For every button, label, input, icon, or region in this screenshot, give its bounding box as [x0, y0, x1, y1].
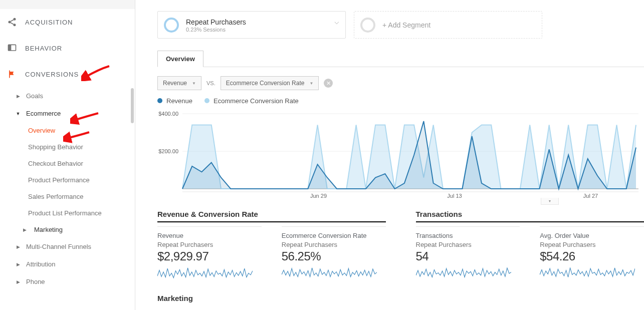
- metric-card-aov[interactable]: Avg. Order Value Repeat Purchasers $54.2…: [540, 226, 644, 281]
- metric-controls: Revenue ▼ VS. Ecommerce Conversion Rate …: [157, 76, 644, 90]
- behavior-icon: [7, 43, 17, 53]
- chevron-right-icon: ▶: [15, 262, 21, 267]
- metric-value: 56.25%: [282, 249, 386, 263]
- sidebar-item-ecommerce-product-performance[interactable]: Product Performance: [0, 172, 135, 188]
- sidebar-section-label: BEHAVIOR: [25, 45, 62, 52]
- chevron-right-icon: ▶: [15, 244, 21, 249]
- chart-svg: $400.00$200.00Jun 29Jul 13Jul 27: [157, 109, 638, 199]
- sidebar-section-label: CONVERSIONS: [25, 71, 79, 78]
- sidebar-item-ecommerce-product-list-performance[interactable]: Product List Performance: [0, 205, 135, 221]
- svg-text:Jun 29: Jun 29: [310, 193, 327, 199]
- sidebar-item-ecommerce[interactable]: ▼ Ecommerce: [0, 105, 135, 122]
- sidebar-item-label: Marketing: [34, 226, 63, 233]
- sidebar-scrollbar-thumb[interactable]: [131, 88, 134, 123]
- svg-text:Jul 13: Jul 13: [447, 193, 462, 199]
- svg-text:Jul 27: Jul 27: [583, 193, 598, 199]
- svg-point-0: [14, 18, 16, 21]
- sparkline: [416, 267, 511, 279]
- flag-icon: [7, 69, 17, 79]
- sidebar-section-behavior[interactable]: BEHAVIOR: [0, 35, 135, 61]
- chevron-down-icon: ▼: [309, 81, 313, 86]
- chevron-down-icon: ▼: [548, 199, 552, 203]
- sidebar-item-ecommerce-marketing[interactable]: ▶ Marketing: [0, 221, 135, 238]
- svg-point-2: [14, 24, 16, 26]
- svg-text:$400.00: $400.00: [158, 111, 178, 117]
- svg-rect-4: [9, 45, 12, 51]
- svg-point-1: [9, 21, 11, 24]
- sidebar: ACQUISITION BEHAVIOR CONVERSIONS ▶ Goals…: [0, 0, 135, 310]
- sidebar-item-ecommerce-shopping-behavior[interactable]: Shopping Behavior: [0, 139, 135, 155]
- metric-group-revenue-conversion: Revenue & Conversion Rate Revenue Repeat…: [157, 210, 386, 281]
- sidebar-item-label: Attribution: [26, 260, 56, 268]
- metric-label: Transactions: [416, 232, 520, 239]
- legend-dot-icon: [157, 98, 162, 103]
- legend-label: Ecommerce Conversion Rate: [213, 97, 299, 105]
- metric-card-transactions[interactable]: Transactions Repeat Purchasers 54: [416, 226, 520, 281]
- tabstrip: Overview: [157, 51, 644, 67]
- sparkline: [282, 267, 377, 279]
- sparkline: [540, 267, 635, 279]
- metric-segment: Repeat Purchasers: [540, 241, 644, 248]
- legend-item-revenue: Revenue: [157, 97, 192, 105]
- chevron-right-icon: ▶: [15, 94, 21, 99]
- metric-group-title: Transactions: [416, 210, 645, 222]
- sidebar-section-conversions[interactable]: CONVERSIONS: [0, 61, 135, 87]
- segment-card-selected[interactable]: Repeat Purchasers 0.23% Sessions ⌵: [157, 11, 346, 39]
- legend-label: Revenue: [166, 97, 192, 105]
- tab-overview[interactable]: Overview: [157, 51, 203, 67]
- sidebar-item-attribution[interactable]: ▶ Attribution: [0, 255, 135, 273]
- main-chart: $400.00$200.00Jun 29Jul 13Jul 27 ▼: [157, 109, 644, 199]
- sidebar-section-label: ACQUISITION: [25, 19, 73, 26]
- metric-groups: Revenue & Conversion Rate Revenue Repeat…: [157, 210, 644, 281]
- dropdown-value: Ecommerce Conversion Rate: [226, 80, 305, 87]
- chevron-right-icon: ▶: [23, 227, 29, 232]
- metric-group-transactions: Transactions Transactions Repeat Purchas…: [416, 210, 645, 281]
- metric-value: 54: [416, 249, 520, 263]
- metric-segment: Repeat Purchasers: [282, 241, 386, 248]
- vs-label: VS.: [206, 80, 216, 86]
- chart-legend: Revenue Ecommerce Conversion Rate: [157, 97, 644, 105]
- sidebar-item-ecommerce-sales-performance[interactable]: Sales Performance: [0, 188, 135, 205]
- metric-group-title: Revenue & Conversion Rate: [157, 210, 386, 222]
- legend-item-ecr: Ecommerce Conversion Rate: [204, 97, 299, 105]
- chevron-down-icon: ▼: [15, 111, 21, 116]
- chart-expand-button[interactable]: ▼: [541, 198, 559, 205]
- main-content: Repeat Purchasers 0.23% Sessions ⌵ + Add…: [135, 0, 644, 310]
- chevron-right-icon: ▶: [15, 279, 21, 284]
- dropdown-value: Revenue: [163, 80, 187, 87]
- metric2-dropdown[interactable]: Ecommerce Conversion Rate ▼: [221, 76, 319, 90]
- metric-segment: Repeat Purchasers: [416, 241, 520, 248]
- sidebar-item-label: Phone: [26, 278, 45, 285]
- sidebar-item-label: Goals: [26, 92, 43, 100]
- remove-metric2-button[interactable]: ✕: [324, 79, 333, 88]
- chevron-down-icon: ⌵: [334, 17, 339, 26]
- chevron-down-icon: ▼: [192, 81, 196, 86]
- segment-title: Repeat Purchasers: [186, 18, 246, 27]
- legend-dot-icon: [204, 98, 209, 103]
- sidebar-section-acquisition[interactable]: ACQUISITION: [0, 9, 135, 35]
- marketing-section-title: Marketing: [157, 294, 644, 302]
- segment-cards: Repeat Purchasers 0.23% Sessions ⌵ + Add…: [135, 0, 644, 39]
- metric-value: $54.26: [540, 249, 644, 263]
- sidebar-item-label: Multi-Channel Funnels: [26, 243, 91, 250]
- sidebar-item-ecommerce-checkout-behavior[interactable]: Checkout Behavior: [0, 155, 135, 172]
- metric-segment: Repeat Purchasers: [157, 241, 262, 248]
- svg-text:$200.00: $200.00: [158, 148, 178, 154]
- metric-card-ecr[interactable]: Ecommerce Conversion Rate Repeat Purchas…: [282, 226, 386, 281]
- sidebar-item-phone[interactable]: ▶ Phone: [0, 273, 135, 290]
- add-segment-label: + Add Segment: [382, 21, 431, 29]
- segment-subtitle: 0.23% Sessions: [186, 27, 246, 33]
- sidebar-item-label: Ecommerce: [26, 110, 61, 117]
- metric-value: $2,929.97: [157, 249, 262, 263]
- segment-circle-icon: [164, 18, 179, 33]
- sidebar-item-ecommerce-overview[interactable]: Overview: [0, 122, 135, 139]
- sidebar-item-goals[interactable]: ▶ Goals: [0, 87, 135, 105]
- share-icon: [7, 17, 17, 27]
- sidebar-item-multi-channel-funnels[interactable]: ▶ Multi-Channel Funnels: [0, 238, 135, 255]
- metric-label: Avg. Order Value: [540, 232, 644, 239]
- metric1-dropdown[interactable]: Revenue ▼: [157, 76, 201, 90]
- segment-card-add[interactable]: + Add Segment: [354, 11, 542, 39]
- metric-label: Revenue: [157, 232, 262, 239]
- metric-card-revenue[interactable]: Revenue Repeat Purchasers $2,929.97: [157, 226, 262, 281]
- sidebar-top-spacer: [0, 0, 135, 9]
